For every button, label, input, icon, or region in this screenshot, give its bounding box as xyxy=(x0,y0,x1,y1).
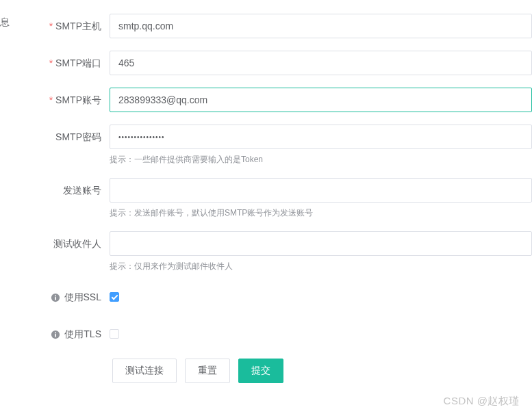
svg-rect-1 xyxy=(55,297,56,300)
checkbox-use-ssl[interactable] xyxy=(110,292,119,302)
label-use-ssl-text: 使用SSL xyxy=(64,291,101,302)
field-smtp-host: SMTP主机 xyxy=(0,14,532,38)
input-smtp-port[interactable] xyxy=(110,51,532,75)
reset-button[interactable]: 重置 xyxy=(185,359,230,383)
field-test-recipient: 测试收件人 提示：仅用来作为测试邮件收件人 xyxy=(0,231,532,272)
label-smtp-password: SMTP密码 xyxy=(0,125,110,149)
hint-smtp-password: 提示：一些邮件提供商需要输入的是Token xyxy=(110,153,532,166)
field-from-account: 发送账号 提示：发送邮件账号，默认使用SMTP账号作为发送账号 xyxy=(0,178,532,219)
field-smtp-account: SMTP账号 xyxy=(0,88,532,112)
label-use-tls-text: 使用TLS xyxy=(64,328,101,339)
input-smtp-password[interactable] xyxy=(110,125,532,149)
label-use-ssl: 使用SSL xyxy=(0,285,110,309)
field-smtp-port: SMTP端口 xyxy=(0,51,532,75)
field-use-tls: 使用TLS xyxy=(0,322,532,346)
info-icon xyxy=(51,293,60,302)
button-row: 测试连接 重置 提交 xyxy=(110,359,532,383)
watermark: CSDN @赵权瑾 xyxy=(444,395,520,408)
field-smtp-password: SMTP密码 提示：一些邮件提供商需要输入的是Token xyxy=(0,125,532,166)
input-from-account[interactable] xyxy=(110,178,532,203)
info-icon xyxy=(51,330,60,339)
input-test-recipient[interactable] xyxy=(110,231,532,256)
smtp-form: SMTP主机 SMTP端口 SMTP账号 SMTP密码 提示：一些邮件提供商需要… xyxy=(0,0,532,383)
hint-test-recipient: 提示：仅用来作为测试邮件收件人 xyxy=(110,260,532,272)
input-smtp-account[interactable] xyxy=(110,88,532,112)
checkbox-use-tls[interactable] xyxy=(110,329,119,339)
field-use-ssl: 使用SSL xyxy=(0,285,532,309)
svg-rect-2 xyxy=(55,296,56,297)
svg-rect-4 xyxy=(55,334,57,337)
section-title-fragment: 息 xyxy=(0,16,10,29)
label-smtp-account: SMTP账号 xyxy=(0,88,110,112)
input-smtp-host[interactable] xyxy=(110,14,532,38)
svg-rect-5 xyxy=(55,333,57,334)
label-smtp-port: SMTP端口 xyxy=(0,51,110,75)
hint-from-account: 提示：发送邮件账号，默认使用SMTP账号作为发送账号 xyxy=(110,207,532,219)
label-test-recipient: 测试收件人 xyxy=(0,231,110,256)
label-smtp-host: SMTP主机 xyxy=(0,14,110,38)
submit-button[interactable]: 提交 xyxy=(238,359,283,383)
label-use-tls: 使用TLS xyxy=(0,322,110,346)
test-connection-button[interactable]: 测试连接 xyxy=(112,359,177,383)
label-from-account: 发送账号 xyxy=(0,178,110,203)
